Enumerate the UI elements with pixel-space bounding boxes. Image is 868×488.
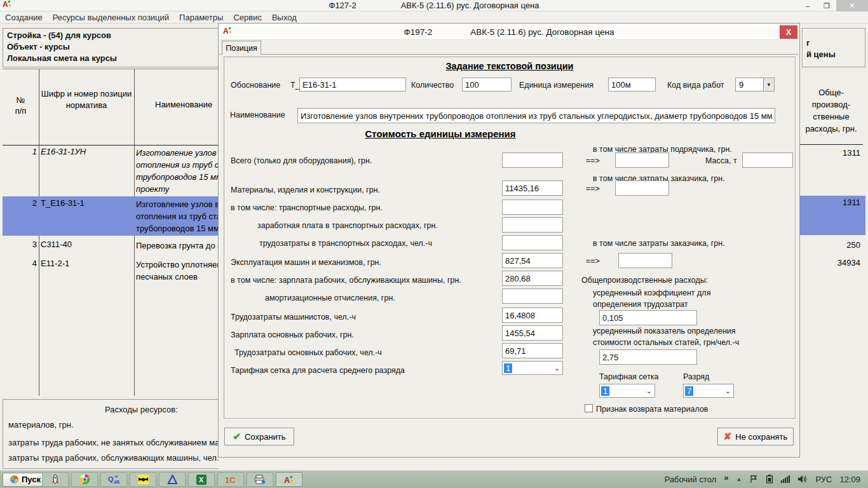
transport-input[interactable] <box>502 200 563 215</box>
bat-mail-icon[interactable] <box>130 472 156 487</box>
clock[interactable]: 12:09 <box>839 475 860 484</box>
column-header-name: Наименование <box>135 100 219 109</box>
sphere-app-icon[interactable] <box>159 472 186 487</box>
materials-customer-input[interactable] <box>615 180 669 196</box>
cancel-button[interactable]: ✘ Не сохранять <box>717 428 794 445</box>
svg-text:X: X <box>199 476 204 484</box>
customer-note-2: в том числе затраты заказчика, грн. <box>593 239 725 248</box>
language-indicator[interactable]: РУС <box>815 475 832 484</box>
materials-label: Материалы, изделия и конструкции, грн. <box>231 186 380 194</box>
excel-icon[interactable]: X <box>188 472 215 487</box>
tariff-calc-select[interactable]: 1 ⌄ <box>502 361 563 375</box>
svg-text:Q: Q <box>108 475 114 483</box>
total-contractor-input[interactable] <box>615 152 669 168</box>
estimate-table[interactable]: № п/п Шифр и номер позиции норматива Наи… <box>3 69 219 396</box>
total-input[interactable] <box>502 152 563 168</box>
resources-panel: Расходы ресурсов: материалов, грн. затра… <box>3 399 219 469</box>
svg-text:dB: dB <box>114 480 119 484</box>
save-button[interactable]: ✔ Сохранить <box>224 428 294 445</box>
amortization-input[interactable] <box>502 288 563 304</box>
arrow-glyph: ==> <box>586 156 600 165</box>
row-num: 2 <box>3 198 37 208</box>
justification-label: Обоснование <box>231 81 280 90</box>
close-icon[interactable]: ✕ <box>836 0 868 11</box>
resources-title: Расходы ресурсов: <box>105 405 178 414</box>
minimize-icon[interactable]: – <box>798 0 817 11</box>
position-dialog: А Ф197-2АВК-5 (2.11.6) рус. Договорная ц… <box>218 23 800 458</box>
desktop-toolbar-label[interactable]: Рабочий стол <box>665 475 717 484</box>
database-tool-icon[interactable]: QdB <box>100 472 127 487</box>
transport-wage-label: заработная плата в транспортных расходах… <box>257 221 438 230</box>
mass-label: Масса, т <box>705 156 737 165</box>
dialog-content-panel: Задание текстовой позиции Обоснование Т_… <box>224 57 796 419</box>
machines-customer-input[interactable] <box>618 253 672 268</box>
restore-icon[interactable]: ❐ <box>817 0 836 11</box>
quantity-input[interactable] <box>462 78 512 92</box>
main-labor-input[interactable] <box>502 343 563 358</box>
row-name: Перевозка грунта до 4 <box>136 240 219 252</box>
overhead-value: 34934 <box>837 258 860 268</box>
total-label: Всего (только для оборудования), грн. <box>231 156 372 165</box>
machinist-labor-label: Трудозатраты машинистов, чел.-ч <box>231 313 356 322</box>
rocket-icon[interactable] <box>42 472 69 487</box>
justification-input[interactable] <box>299 78 406 92</box>
main-labor-label: Трудозатраты основных рабочих, чел.-ч <box>234 348 382 357</box>
cost-section-heading: Стоимость единицы измерения <box>326 128 555 139</box>
transport-labor-input[interactable] <box>502 235 563 250</box>
menu-item-resources[interactable]: Ресурсы выделенных позиций <box>53 13 169 22</box>
menu-item-exit[interactable]: Выход <box>272 13 297 22</box>
transport-labor-label: трудозатраты в транспортных расходах, че… <box>259 239 432 248</box>
row-num: 1 <box>3 147 37 156</box>
battery-icon[interactable] <box>766 475 773 484</box>
row-code: Т_E16-31-1 <box>41 198 133 208</box>
transport-wage-input[interactable] <box>502 217 563 233</box>
partial-text: г <box>806 37 861 49</box>
machinist-labor-input[interactable] <box>502 308 563 323</box>
main-wage-input[interactable] <box>502 325 563 341</box>
column-header-num: № п/п <box>3 95 39 116</box>
tariff-calc-label: Тарифная сетка для расчета среднего разр… <box>231 366 405 375</box>
coef-input[interactable] <box>599 310 697 325</box>
tab-position[interactable]: Позиция <box>222 41 261 55</box>
estimate-context-panel: Стройка - (54) для курсов Объект - курсы… <box>3 28 219 67</box>
tariff-grid-select[interactable]: 1 ⌄ <box>599 384 655 398</box>
main-menu-bar: Создание Ресурсы выделенных позиций Пара… <box>0 11 868 24</box>
unit-input[interactable] <box>608 78 656 92</box>
machines-input[interactable] <box>502 253 563 268</box>
return-materials-label: Признак возврата материалов <box>596 405 709 414</box>
action-center-flag-icon[interactable] <box>749 475 758 484</box>
partial-text: й цены <box>806 49 861 60</box>
dialog-title: Ф197-2АВК-5 (2.11.6) рус. Договорная цен… <box>219 27 799 37</box>
return-materials-checkbox[interactable] <box>585 404 593 412</box>
name-input[interactable] <box>297 108 775 123</box>
row-num: 3 <box>3 240 37 249</box>
work-type-select[interactable]: 9 ▼ <box>735 78 775 92</box>
rank-select[interactable]: 7 ⌄ <box>683 384 734 398</box>
materials-input[interactable] <box>502 180 563 196</box>
1c-icon[interactable]: 1С <box>217 472 244 487</box>
show-hidden-icons[interactable]: ▲ <box>736 476 742 482</box>
row-num: 4 <box>3 259 37 268</box>
menu-item-creation[interactable]: Создание <box>5 13 43 22</box>
quantity-label: Количество <box>411 81 454 90</box>
menu-item-service[interactable]: Сервис <box>233 13 262 22</box>
volume-icon[interactable] <box>797 475 808 484</box>
chrome-icon[interactable] <box>71 472 98 487</box>
printer-icon[interactable] <box>247 472 273 487</box>
overhead-column: Обще- производ- ственные расходы, грн. 1… <box>799 69 865 396</box>
justification-prefix: Т_ <box>290 81 300 90</box>
toolbar-chevron-icon[interactable]: » <box>724 473 728 482</box>
dialog-close-icon[interactable]: X <box>780 25 797 39</box>
chevron-down-icon: ⌄ <box>554 364 560 372</box>
overhead-title: Общепроизводственные расходы: <box>581 276 708 285</box>
svg-text:А: А <box>284 475 290 484</box>
machine-wage-input[interactable] <box>502 271 563 286</box>
network-signal-icon[interactable] <box>781 475 790 483</box>
menu-item-parameters[interactable]: Параметры <box>179 13 223 22</box>
start-logo-icon <box>10 475 18 484</box>
coef-note-line1: усредненный коэффициент для <box>593 288 710 297</box>
mass-input[interactable] <box>742 152 793 168</box>
context-line-build: Стройка - (54) для курсов <box>7 30 215 41</box>
indicator-input[interactable] <box>599 349 697 365</box>
avk-taskbar-icon[interactable]: А <box>276 472 302 487</box>
